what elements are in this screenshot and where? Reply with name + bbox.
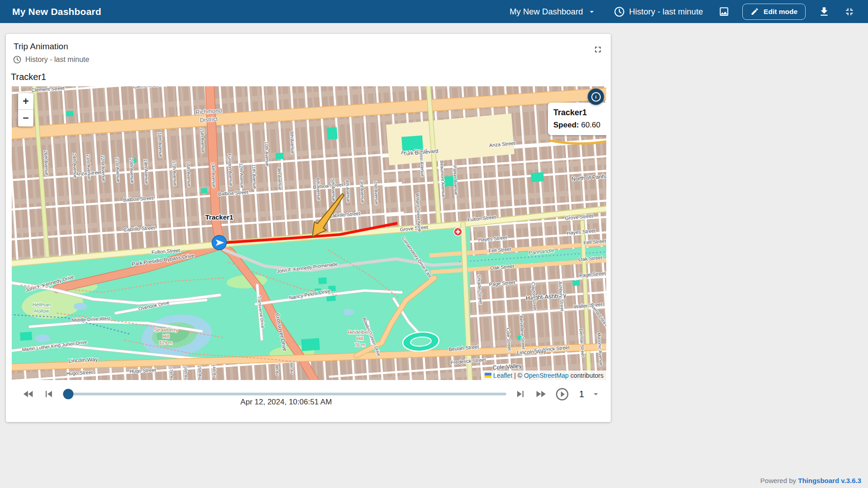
page-title: My New Dashboard (12, 6, 101, 17)
edit-mode-button[interactable]: Edit mode (742, 4, 806, 20)
svg-text:District: District (199, 116, 218, 124)
info-icon: i (591, 92, 601, 102)
map-container[interactable]: Clement StreetClement StreetRichmondDist… (12, 86, 606, 380)
map-canvas[interactable]: Clement StreetClement StreetRichmondDist… (12, 86, 606, 380)
svg-text:76 m: 76 m (354, 342, 365, 347)
attribution-suffix: contributors (571, 372, 604, 379)
tracker-marker-label: Tracker1 (205, 213, 233, 221)
clock-icon (613, 6, 625, 18)
widget-timewindow-label: History - last minute (25, 56, 89, 64)
exit-fullscreen-button[interactable] (843, 5, 856, 19)
ukraine-flag-icon (485, 373, 491, 378)
hospital-icon (454, 228, 462, 236)
svg-text:14th Av: 14th Av (212, 364, 217, 378)
svg-text:16th Av: 16th Av (183, 366, 189, 380)
playback-speed-select[interactable]: 1 (579, 389, 601, 399)
powered-by-label: Powered by (760, 477, 796, 484)
svg-text:9th Av: 9th Av (274, 364, 279, 376)
dashboard-toolbar: My New Dashboard My New Dashboard Histor… (0, 0, 868, 23)
download-icon (818, 6, 830, 18)
tooltip-tracker-name: Tracker1 (553, 107, 606, 119)
tracker-tooltip: Tracker1 Speed: 60.60 (548, 103, 606, 135)
clock-icon (13, 55, 22, 64)
fullscreen-icon (593, 45, 603, 54)
entity-label: Tracker1 (11, 72, 46, 82)
image-icon (718, 6, 730, 17)
attribution-separator: | © (514, 372, 522, 379)
trip-animation-widget: Trip Animation History - last minute Tra… (6, 34, 611, 422)
timeline-timestamp: Apr 12, 2024, 10:06:51 AM (6, 398, 566, 407)
screenshot-button[interactable] (717, 5, 731, 18)
map-attribution: Leaflet | © OpenStreetMap contributors (482, 371, 606, 380)
svg-text:129 m: 129 m (159, 340, 172, 345)
edit-mode-label: Edit mode (764, 8, 797, 16)
map-info-button[interactable]: i (588, 89, 604, 105)
svg-text:Hill: Hill (356, 336, 363, 341)
playback-speed-value: 1 (579, 389, 584, 399)
tooltip-speed-row: Speed: 60.60 (553, 119, 606, 131)
svg-text:17th Av: 17th Av (169, 367, 174, 380)
svg-text:8th Av: 8th Av (289, 362, 294, 374)
osm-link[interactable]: OpenStreetMap (524, 372, 569, 379)
svg-text:Hellman: Hellman (33, 302, 51, 307)
thingsboard-version-link[interactable]: Thingsboard v.3.6.3 (798, 477, 861, 484)
zoom-out-button[interactable]: − (18, 110, 33, 127)
chevron-down-icon (587, 7, 596, 16)
tracker-marker[interactable] (212, 235, 226, 250)
powered-by: Powered by Thingsboard v.3.6.3 (760, 477, 861, 484)
widget-fullscreen-button[interactable] (593, 45, 603, 56)
dashboard-select[interactable]: My New Dashboard (507, 6, 599, 17)
export-dashboard-button[interactable] (817, 5, 831, 19)
map-zoom-control: + − (18, 93, 33, 127)
pencil-icon (750, 7, 759, 16)
timewindow-button[interactable]: History - last minute (611, 5, 706, 18)
widget-title: Trip Animation (14, 42, 68, 52)
fullscreen-exit-icon (844, 6, 855, 18)
svg-text:15th Av: 15th Av (197, 365, 203, 379)
zoom-in-button[interactable]: + (18, 93, 33, 110)
dashboard-select-label: My New Dashboard (509, 7, 583, 17)
svg-text:Strawberry: Strawberry (154, 327, 178, 333)
timewindow-label: History - last minute (629, 7, 703, 17)
leaflet-link[interactable]: Leaflet (493, 372, 512, 379)
svg-text:Hollow: Hollow (34, 308, 49, 314)
svg-text:Hill: Hill (162, 333, 169, 339)
svg-text:Heidelberg: Heidelberg (348, 329, 372, 335)
chevron-down-icon (591, 389, 601, 399)
slider-track[interactable] (63, 393, 506, 395)
widget-timewindow[interactable]: History - last minute (13, 55, 89, 64)
